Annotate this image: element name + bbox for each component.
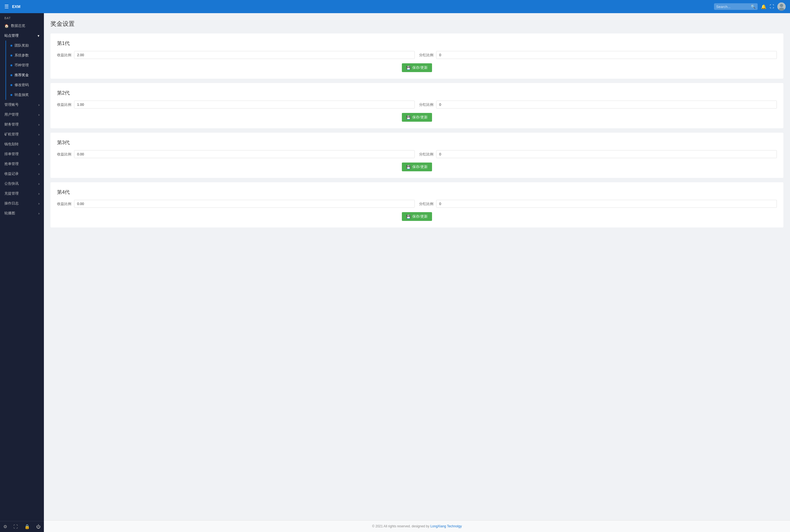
- sidebar-coin-manage-label: 币种管理: [15, 63, 29, 68]
- avatar[interactable]: [777, 2, 786, 11]
- gen-card-4: 第4代 收益比例 分红比例 💾 保存/更新: [51, 182, 784, 227]
- chevron-right-icon: ›: [38, 202, 39, 206]
- sidebar-item-team-reward[interactable]: 团队奖励: [6, 41, 44, 51]
- dividend-input-3[interactable]: [436, 150, 777, 158]
- income-input-1[interactable]: [74, 51, 415, 59]
- dot-icon: [11, 45, 12, 46]
- save-button-3[interactable]: 💾 保存/更新: [402, 163, 432, 171]
- save-icon-3: 💾: [406, 165, 411, 169]
- save-row-4: 💾 保存/更新: [57, 212, 777, 221]
- sidebar-item-home[interactable]: 🏠 数据总览: [0, 21, 44, 31]
- settings-icon[interactable]: ⚙: [3, 524, 7, 529]
- income-input-2[interactable]: [74, 100, 415, 109]
- income-input-3[interactable]: [74, 150, 415, 158]
- power-icon[interactable]: ⏻: [36, 524, 41, 529]
- income-label-3: 收益比例: [57, 152, 71, 157]
- sidebar-group-7[interactable]: 收益记录›: [0, 169, 44, 179]
- topnav: ☰ EXM 🔍 🔔 ⛶: [0, 0, 790, 13]
- gen-form-row-3: 收益比例 分红比例: [57, 150, 777, 158]
- dot-icon: [11, 94, 12, 96]
- sidebar-group-label-10: 操作日志: [4, 201, 19, 206]
- sidebar-item-change-password[interactable]: 修改密码: [6, 80, 44, 90]
- chevron-right-icon: ›: [38, 211, 39, 215]
- sidebar-group-6[interactable]: 抢单管理›: [0, 159, 44, 169]
- save-button-4[interactable]: 💾 保存/更新: [402, 212, 432, 221]
- dividend-group-1: 分红比例: [419, 51, 777, 59]
- sidebar-group-zhangdian[interactable]: 站点管理 ▾: [0, 31, 44, 41]
- chevron-right-icon: ›: [38, 162, 39, 166]
- income-label-1: 收益比例: [57, 53, 71, 58]
- dividend-group-4: 分红比例: [419, 200, 777, 208]
- sidebar-group-label-9: 充提管理: [4, 191, 19, 196]
- sidebar-group-label-3: 矿机管理: [4, 132, 19, 137]
- dividend-input-4[interactable]: [436, 200, 777, 208]
- chevron-right-icon: ›: [38, 172, 39, 176]
- sidebar-group-11[interactable]: 轮播图›: [0, 208, 44, 218]
- dividend-label-3: 分红比例: [419, 152, 434, 157]
- save-icon-4: 💾: [406, 215, 411, 219]
- save-button-2[interactable]: 💾 保存/更新: [402, 113, 432, 122]
- chevron-right-icon: ›: [38, 132, 39, 136]
- chevron-right-icon: ›: [38, 152, 39, 156]
- save-label-4: 保存/更新: [412, 214, 428, 219]
- save-icon-1: 💾: [406, 66, 411, 70]
- sidebar-item-referral-bonus[interactable]: 推荐奖金: [6, 70, 44, 80]
- sidebar-sub-zhangdian: 团队奖励 系统参数 币种管理 推荐奖金 修改密码 转盘抽奖: [5, 41, 44, 100]
- sidebar-home-label: 数据总览: [11, 23, 25, 28]
- sidebar-group-zhangdian-label: 站点管理: [4, 33, 19, 38]
- save-label-3: 保存/更新: [412, 165, 428, 169]
- income-group-4: 收益比例: [57, 200, 415, 208]
- sidebar-group-label-11: 轮播图: [4, 211, 15, 216]
- sidebar-item-coin-manage[interactable]: 币种管理: [6, 60, 44, 70]
- gen-card-2: 第2代 收益比例 分红比例 💾 保存/更新: [51, 83, 784, 128]
- sidebar-group-10[interactable]: 操作日志›: [0, 198, 44, 208]
- footer-link[interactable]: LongXiang Technolgy: [430, 524, 462, 528]
- dividend-label-2: 分红比例: [419, 102, 434, 107]
- expand-icon[interactable]: ⛶: [770, 4, 774, 9]
- lock-icon[interactable]: 🔒: [24, 524, 30, 529]
- save-button-1[interactable]: 💾 保存/更新: [402, 63, 432, 72]
- page-title: 奖金设置: [51, 20, 784, 28]
- sidebar-sys-params-label: 系统参数: [15, 53, 29, 58]
- dividend-label-1: 分红比例: [419, 53, 434, 58]
- income-label-4: 收益比例: [57, 202, 71, 206]
- sidebar-group-9[interactable]: 充提管理›: [0, 189, 44, 198]
- search-box: 🔍: [714, 3, 758, 10]
- sidebar-group-label-5: 排单管理: [4, 152, 19, 156]
- search-input[interactable]: [716, 5, 749, 9]
- sidebar-group-2[interactable]: 财务管理›: [0, 119, 44, 129]
- sidebar-group-1[interactable]: 用户管理›: [0, 110, 44, 119]
- gen-title-2: 第2代: [57, 90, 777, 96]
- search-icon[interactable]: 🔍: [751, 4, 755, 9]
- notification-icon[interactable]: 🔔: [761, 4, 767, 9]
- gen-form-row-1: 收益比例 分红比例: [57, 51, 777, 59]
- sidebar-group-label-4: 钱包划转: [4, 142, 19, 147]
- footer: © 2021 All rights reserved. designed by …: [44, 520, 790, 532]
- gen-card-3: 第3代 收益比例 分红比例 💾 保存/更新: [51, 133, 784, 178]
- sidebar-group-5[interactable]: 排单管理›: [0, 149, 44, 159]
- sidebar-item-sys-params[interactable]: 系统参数: [6, 51, 44, 60]
- layout: BAT 🏠 数据总览 站点管理 ▾ 团队奖励 系统参数 币种管理: [0, 13, 790, 532]
- hamburger-icon[interactable]: ☰: [4, 4, 9, 10]
- sidebar-group-label-7: 收益记录: [4, 171, 19, 176]
- dot-icon: [11, 55, 12, 56]
- sidebar-referral-bonus-label: 推荐奖金: [15, 73, 29, 78]
- dividend-input-2[interactable]: [436, 100, 777, 109]
- chevron-right-icon: ›: [38, 182, 39, 186]
- sidebar-group-4[interactable]: 钱包划转›: [0, 139, 44, 149]
- dividend-input-1[interactable]: [436, 51, 777, 59]
- topnav-left: ☰ EXM: [4, 4, 20, 10]
- fullscreen-icon[interactable]: ⛶: [14, 524, 18, 529]
- income-label-2: 收益比例: [57, 102, 71, 107]
- chevron-right-icon: ›: [38, 113, 39, 117]
- sidebar-group-8[interactable]: 公告快讯›: [0, 179, 44, 189]
- chevron-right-icon: ›: [38, 103, 39, 107]
- footer-text: © 2021 All rights reserved. designed by: [372, 524, 430, 528]
- income-input-4[interactable]: [74, 200, 415, 208]
- sidebar-group-3[interactable]: 矿机管理›: [0, 129, 44, 139]
- sidebar-group-0[interactable]: 管理账号›: [0, 100, 44, 110]
- gen-form-row-2: 收益比例 分红比例: [57, 100, 777, 109]
- sidebar-spin-label: 转盘抽奖: [15, 92, 29, 97]
- sidebar-item-spin[interactable]: 转盘抽奖: [6, 90, 44, 100]
- main: 奖金设置 第1代 收益比例 分红比例 💾 保存/更新 第2代: [44, 13, 790, 532]
